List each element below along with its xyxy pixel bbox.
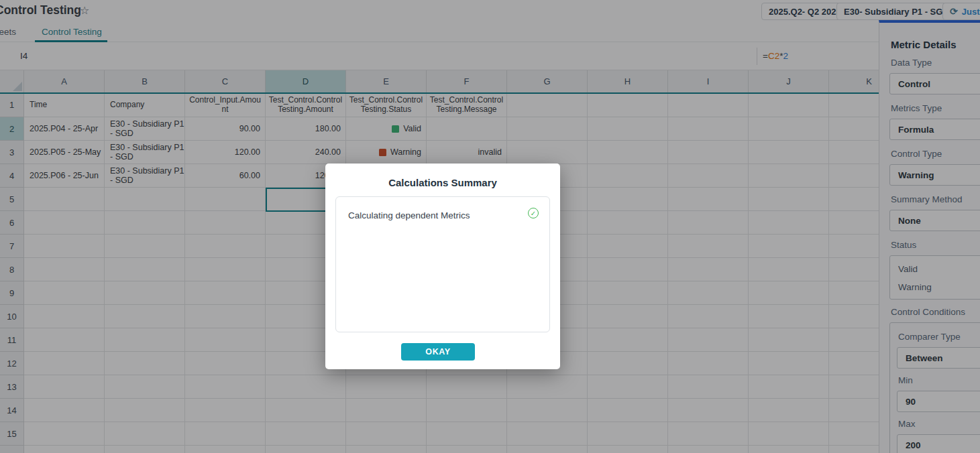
check-circle-icon: ✓ (528, 208, 539, 218)
modal-title: Calculations Summary (325, 177, 560, 188)
app-window: Control Testing ☆ 2025.Q2- Q2 2025 E30- … (0, 0, 980, 453)
calculations-summary-modal: Calculations Summary Calculating depende… (325, 164, 560, 369)
task-label: Calculating dependent Metrics (348, 210, 470, 220)
okay-button[interactable]: OKAY (401, 343, 475, 361)
calculation-task-list: Calculating dependent Metrics ✓ (335, 196, 550, 332)
